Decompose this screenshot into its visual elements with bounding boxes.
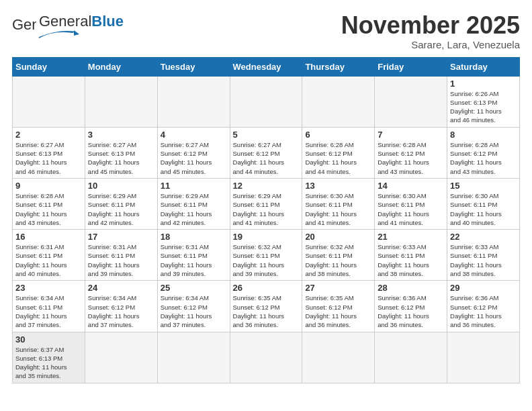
calendar-cell bbox=[230, 332, 302, 383]
day-number: 27 bbox=[305, 283, 371, 293]
day-number: 13 bbox=[305, 181, 371, 191]
logo-general: General bbox=[39, 13, 91, 30]
calendar-cell: 19Sunrise: 6:32 AM Sunset: 6:11 PM Dayli… bbox=[230, 230, 302, 281]
day-info: Sunrise: 6:35 AM Sunset: 6:12 PM Dayligh… bbox=[233, 293, 300, 329]
calendar-cell: 29Sunrise: 6:36 AM Sunset: 6:12 PM Dayli… bbox=[447, 281, 520, 332]
calendar-cell: 22Sunrise: 6:33 AM Sunset: 6:11 PM Dayli… bbox=[447, 230, 520, 281]
day-info: Sunrise: 6:28 AM Sunset: 6:11 PM Dayligh… bbox=[15, 191, 82, 227]
calendar-cell: 11Sunrise: 6:29 AM Sunset: 6:11 PM Dayli… bbox=[157, 178, 230, 229]
day-info: Sunrise: 6:33 AM Sunset: 6:11 PM Dayligh… bbox=[450, 242, 517, 278]
weekday-header-friday: Friday bbox=[375, 57, 447, 76]
calendar-cell: 6Sunrise: 6:28 AM Sunset: 6:12 PM Daylig… bbox=[302, 127, 375, 178]
calendar-cell bbox=[447, 332, 520, 383]
calendar-cell: 12Sunrise: 6:29 AM Sunset: 6:11 PM Dayli… bbox=[230, 178, 302, 229]
week-row-2: 2Sunrise: 6:27 AM Sunset: 6:13 PM Daylig… bbox=[13, 127, 520, 178]
header: General GeneralBlue November 2025 Sarare… bbox=[12, 12, 520, 50]
day-number: 15 bbox=[450, 181, 517, 191]
day-number: 11 bbox=[161, 181, 227, 191]
logo: General GeneralBlue bbox=[12, 12, 124, 36]
day-info: Sunrise: 6:27 AM Sunset: 6:12 PM Dayligh… bbox=[233, 140, 300, 176]
calendar-cell bbox=[157, 76, 230, 127]
day-number: 9 bbox=[15, 181, 82, 191]
day-info: Sunrise: 6:36 AM Sunset: 6:12 PM Dayligh… bbox=[450, 293, 517, 329]
weekday-header-saturday: Saturday bbox=[447, 57, 520, 76]
day-number: 12 bbox=[233, 181, 300, 191]
calendar-cell: 17Sunrise: 6:31 AM Sunset: 6:11 PM Dayli… bbox=[85, 230, 157, 281]
day-info: Sunrise: 6:34 AM Sunset: 6:12 PM Dayligh… bbox=[88, 293, 154, 329]
day-info: Sunrise: 6:31 AM Sunset: 6:11 PM Dayligh… bbox=[15, 242, 82, 278]
calendar-cell bbox=[302, 76, 375, 127]
day-info: Sunrise: 6:30 AM Sunset: 6:11 PM Dayligh… bbox=[378, 191, 444, 227]
calendar-cell bbox=[302, 332, 375, 383]
day-number: 7 bbox=[378, 130, 444, 140]
day-number: 10 bbox=[88, 181, 154, 191]
day-number: 3 bbox=[88, 130, 154, 140]
day-info: Sunrise: 6:34 AM Sunset: 6:12 PM Dayligh… bbox=[161, 293, 227, 329]
day-number: 18 bbox=[161, 232, 227, 242]
day-number: 2 bbox=[15, 130, 82, 140]
svg-marker-1 bbox=[74, 30, 79, 36]
calendar-cell: 18Sunrise: 6:31 AM Sunset: 6:11 PM Dayli… bbox=[157, 230, 230, 281]
day-info: Sunrise: 6:26 AM Sunset: 6:13 PM Dayligh… bbox=[450, 89, 517, 125]
day-info: Sunrise: 6:36 AM Sunset: 6:12 PM Dayligh… bbox=[378, 293, 444, 329]
day-info: Sunrise: 6:29 AM Sunset: 6:11 PM Dayligh… bbox=[161, 191, 227, 227]
calendar-cell: 25Sunrise: 6:34 AM Sunset: 6:12 PM Dayli… bbox=[157, 281, 230, 332]
week-row-5: 23Sunrise: 6:34 AM Sunset: 6:11 PM Dayli… bbox=[13, 281, 520, 332]
calendar-cell: 26Sunrise: 6:35 AM Sunset: 6:12 PM Dayli… bbox=[230, 281, 302, 332]
day-number: 30 bbox=[15, 334, 82, 345]
calendar-cell bbox=[13, 76, 85, 127]
calendar-cell: 14Sunrise: 6:30 AM Sunset: 6:11 PM Dayli… bbox=[375, 178, 447, 229]
calendar-cell: 1Sunrise: 6:26 AM Sunset: 6:13 PM Daylig… bbox=[447, 76, 520, 127]
calendar-cell: 27Sunrise: 6:35 AM Sunset: 6:12 PM Dayli… bbox=[302, 281, 375, 332]
day-number: 23 bbox=[15, 283, 82, 293]
week-row-4: 16Sunrise: 6:31 AM Sunset: 6:11 PM Dayli… bbox=[13, 230, 520, 281]
day-number: 22 bbox=[450, 232, 517, 242]
logo-blue: Blue bbox=[91, 13, 124, 30]
calendar-cell bbox=[85, 332, 157, 383]
day-info: Sunrise: 6:27 AM Sunset: 6:12 PM Dayligh… bbox=[161, 140, 227, 176]
calendar-cell: 30Sunrise: 6:37 AM Sunset: 6:13 PM Dayli… bbox=[13, 332, 85, 383]
calendar-cell: 24Sunrise: 6:34 AM Sunset: 6:12 PM Dayli… bbox=[85, 281, 157, 332]
page: General GeneralBlue November 2025 Sarare… bbox=[0, 0, 532, 390]
calendar-cell: 7Sunrise: 6:28 AM Sunset: 6:12 PM Daylig… bbox=[375, 127, 447, 178]
svg-text:General: General bbox=[12, 16, 36, 33]
day-info: Sunrise: 6:27 AM Sunset: 6:13 PM Dayligh… bbox=[88, 140, 154, 176]
weekday-header-tuesday: Tuesday bbox=[157, 57, 230, 76]
day-info: Sunrise: 6:33 AM Sunset: 6:11 PM Dayligh… bbox=[378, 242, 444, 278]
day-number: 1 bbox=[450, 79, 517, 89]
calendar-cell: 16Sunrise: 6:31 AM Sunset: 6:11 PM Dayli… bbox=[13, 230, 85, 281]
day-number: 25 bbox=[161, 283, 227, 293]
calendar-cell: 2Sunrise: 6:27 AM Sunset: 6:13 PM Daylig… bbox=[13, 127, 85, 178]
day-info: Sunrise: 6:30 AM Sunset: 6:11 PM Dayligh… bbox=[450, 191, 517, 227]
calendar-cell bbox=[85, 76, 157, 127]
weekday-header-sunday: Sunday bbox=[13, 57, 85, 76]
day-number: 17 bbox=[88, 232, 154, 242]
day-info: Sunrise: 6:28 AM Sunset: 6:12 PM Dayligh… bbox=[378, 140, 444, 176]
day-number: 6 bbox=[305, 130, 371, 140]
day-info: Sunrise: 6:32 AM Sunset: 6:11 PM Dayligh… bbox=[233, 242, 300, 278]
calendar-cell: 8Sunrise: 6:28 AM Sunset: 6:12 PM Daylig… bbox=[447, 127, 520, 178]
calendar-cell bbox=[375, 76, 447, 127]
calendar-cell: 21Sunrise: 6:33 AM Sunset: 6:11 PM Dayli… bbox=[375, 230, 447, 281]
calendar-cell: 10Sunrise: 6:29 AM Sunset: 6:11 PM Dayli… bbox=[85, 178, 157, 229]
logo-swoosh bbox=[39, 30, 73, 34]
day-info: Sunrise: 6:31 AM Sunset: 6:11 PM Dayligh… bbox=[88, 242, 154, 278]
day-info: Sunrise: 6:30 AM Sunset: 6:11 PM Dayligh… bbox=[305, 191, 371, 227]
day-info: Sunrise: 6:29 AM Sunset: 6:11 PM Dayligh… bbox=[233, 191, 300, 227]
day-info: Sunrise: 6:31 AM Sunset: 6:11 PM Dayligh… bbox=[161, 242, 227, 278]
day-number: 24 bbox=[88, 283, 154, 293]
calendar-cell: 15Sunrise: 6:30 AM Sunset: 6:11 PM Dayli… bbox=[447, 178, 520, 229]
day-number: 4 bbox=[161, 130, 227, 140]
day-info: Sunrise: 6:29 AM Sunset: 6:11 PM Dayligh… bbox=[88, 191, 154, 227]
day-number: 19 bbox=[233, 232, 300, 242]
calendar-cell: 5Sunrise: 6:27 AM Sunset: 6:12 PM Daylig… bbox=[230, 127, 302, 178]
week-row-3: 9Sunrise: 6:28 AM Sunset: 6:11 PM Daylig… bbox=[13, 178, 520, 229]
calendar-cell: 23Sunrise: 6:34 AM Sunset: 6:11 PM Dayli… bbox=[13, 281, 85, 332]
day-info: Sunrise: 6:34 AM Sunset: 6:11 PM Dayligh… bbox=[15, 293, 82, 329]
calendar-cell: 3Sunrise: 6:27 AM Sunset: 6:13 PM Daylig… bbox=[85, 127, 157, 178]
day-number: 5 bbox=[233, 130, 300, 140]
day-number: 26 bbox=[233, 283, 300, 293]
calendar-cell bbox=[375, 332, 447, 383]
day-info: Sunrise: 6:27 AM Sunset: 6:13 PM Dayligh… bbox=[15, 140, 82, 176]
day-info: Sunrise: 6:28 AM Sunset: 6:12 PM Dayligh… bbox=[450, 140, 517, 176]
